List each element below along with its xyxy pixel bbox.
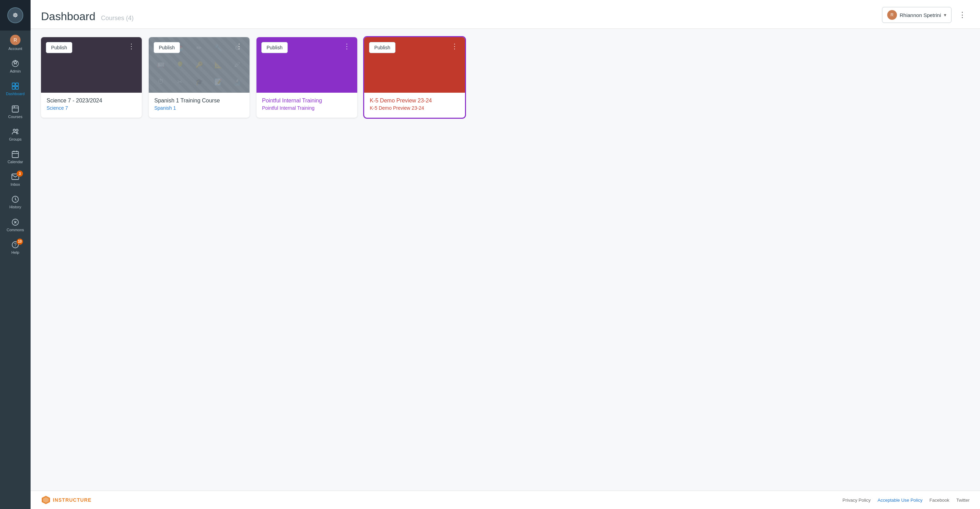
sidebar-item-account[interactable]: RAccount (0, 30, 30, 55)
sidebar-label-account: Account (8, 46, 22, 51)
admin-icon (11, 59, 19, 68)
card-subject-course3[interactable]: Pointful Internal Training (262, 105, 352, 111)
sidebar-item-admin[interactable]: Admin (0, 55, 30, 78)
sidebar-item-dashboard[interactable]: Dashboard (0, 78, 30, 100)
svg-point-9 (16, 129, 18, 131)
pattern-icon: 🔬 (229, 74, 246, 89)
svg-rect-10 (12, 151, 18, 158)
course-card-course2[interactable]: 🎓📚✏🔧⚙📖💡🔑📐🖊⏱✂🎓📝🔬Publish⋮Spanish 1 Trainin… (149, 37, 250, 118)
pattern-icon: 🔑 (191, 58, 207, 73)
publish-button-course4[interactable]: Publish (369, 42, 396, 53)
dashboard-icon (11, 82, 19, 90)
card-menu-button-course3[interactable]: ⋮ (341, 42, 352, 50)
svg-rect-1 (12, 83, 15, 86)
instructure-logo-icon (41, 495, 51, 505)
sidebar-label-courses: Courses (8, 114, 22, 119)
sidebar-item-inbox[interactable]: 3Inbox (0, 168, 30, 191)
sidebar-label-history: History (10, 205, 21, 209)
sidebar-label-help: Help (11, 251, 19, 255)
brand-name: INSTRUCTURE (53, 497, 91, 503)
sidebar-label-commons: Commons (6, 228, 24, 232)
card-menu-button-course4[interactable]: ⋮ (449, 42, 460, 50)
user-selector[interactable]: R Rhiannon Spetrini ▾ (882, 7, 951, 23)
pattern-icon: 📖 (152, 58, 169, 73)
footer-brand: INSTRUCTURE (41, 495, 91, 505)
user-name: Rhiannon Spetrini (900, 12, 941, 18)
card-course-name-course1: Science 7 - 2023/2024 (46, 98, 136, 104)
card-body-course2: Spanish 1 Training CourseSpanish 1 (149, 93, 250, 118)
publish-button-course1[interactable]: Publish (46, 42, 72, 53)
pattern-icon: 🖊 (229, 58, 246, 73)
sidebar-item-courses[interactable]: Courses (0, 101, 30, 123)
card-subject-course2[interactable]: Spanish 1 (154, 105, 244, 111)
card-header-course1: Publish⋮ (41, 37, 142, 93)
svg-rect-4 (16, 86, 18, 89)
inbox-icon: 3 (11, 173, 19, 181)
footer-logo: INSTRUCTURE (41, 495, 91, 505)
pattern-icon: 📐 (210, 58, 227, 73)
svg-rect-5 (12, 106, 18, 112)
courses-icon (11, 105, 19, 113)
groups-icon (11, 127, 19, 136)
sidebar-label-admin: Admin (10, 69, 21, 74)
sidebar-item-groups[interactable]: Groups (0, 123, 30, 146)
sidebar-item-history[interactable]: History (0, 191, 30, 214)
sidebar: ☸ RAccountAdminDashboardCoursesGroupsCal… (0, 0, 30, 509)
sidebar-item-help[interactable]: ?10Help (0, 236, 30, 259)
sidebar-item-commons[interactable]: Commons (0, 214, 30, 236)
page-title: Dashboard (41, 10, 95, 29)
svg-point-8 (13, 129, 15, 131)
sidebar-label-dashboard: Dashboard (6, 92, 25, 96)
card-header-course4: Publish⋮ (364, 37, 465, 93)
pattern-icon: 💡 (171, 58, 188, 73)
logo-icon: ☸ (7, 7, 23, 23)
svg-text:?: ? (14, 242, 17, 247)
footer: INSTRUCTURE Privacy Policy Acceptable Us… (30, 491, 980, 509)
avatar: R (887, 10, 897, 20)
courses-tab[interactable]: Courses (4) (101, 14, 134, 27)
svg-rect-3 (12, 86, 15, 89)
card-course-name-course2: Spanish 1 Training Course (154, 98, 244, 104)
courses-grid: Publish⋮Science 7 - 2023/2024Science 7🎓📚… (41, 37, 970, 118)
card-body-course4: K-5 Demo Preview 23-24K-5 Demo Preview 2… (364, 93, 465, 118)
card-subject-course1[interactable]: Science 7 (46, 105, 136, 111)
sidebar-label-calendar: Calendar (8, 160, 23, 164)
card-header-course2: 🎓📚✏🔧⚙📖💡🔑📐🖊⏱✂🎓📝🔬Publish⋮ (149, 37, 250, 93)
course-card-course4[interactable]: Publish⋮K-5 Demo Preview 23-24K-5 Demo P… (364, 37, 465, 118)
publish-button-course2[interactable]: Publish (154, 42, 180, 53)
calendar-icon (11, 150, 19, 158)
history-icon (11, 195, 19, 203)
card-menu-button-course1[interactable]: ⋮ (126, 42, 137, 50)
course-card-course3[interactable]: Publish⋮Pointful Internal TrainingPointf… (256, 37, 357, 118)
sidebar-label-groups: Groups (9, 137, 22, 142)
main-area: Dashboard Courses (4) R Rhiannon Spetrin… (30, 0, 980, 509)
facebook-link[interactable]: Facebook (930, 498, 950, 503)
commons-icon (11, 218, 19, 227)
twitter-link[interactable]: Twitter (956, 498, 970, 503)
pattern-icon: 📝 (210, 74, 227, 89)
help-icon: ?10 (11, 241, 19, 249)
card-subject-course4[interactable]: K-5 Demo Preview 23-24 (370, 105, 460, 111)
pattern-icon: 🔧 (210, 41, 227, 55)
card-menu-button-course2[interactable]: ⋮ (234, 42, 245, 50)
sidebar-label-inbox: Inbox (11, 182, 20, 187)
content-area: Publish⋮Science 7 - 2023/2024Science 7🎓📚… (30, 29, 980, 491)
chevron-down-icon: ▾ (944, 12, 946, 18)
header-right: R Rhiannon Spetrini ▾ ⋮ (882, 7, 970, 29)
sidebar-logo: ☸ (0, 0, 30, 30)
card-body-course3: Pointful Internal TrainingPointful Inter… (256, 93, 357, 118)
pattern-icon: ✂ (171, 74, 188, 89)
privacy-policy-link[interactable]: Privacy Policy (842, 498, 870, 503)
more-options-button[interactable]: ⋮ (955, 8, 970, 22)
publish-button-course3[interactable]: Publish (261, 42, 288, 53)
sidebar-item-calendar[interactable]: Calendar (0, 146, 30, 168)
card-header-course3: Publish⋮ (256, 37, 357, 93)
header: Dashboard Courses (4) R Rhiannon Spetrin… (30, 0, 980, 29)
card-course-name-course3: Pointful Internal Training (262, 98, 352, 104)
pattern-icon: ⏱ (152, 74, 169, 89)
card-course-name-course4: K-5 Demo Preview 23-24 (370, 98, 460, 104)
svg-rect-2 (16, 83, 18, 86)
course-card-course1[interactable]: Publish⋮Science 7 - 2023/2024Science 7 (41, 37, 142, 118)
account-icon: R (10, 35, 21, 45)
acceptable-use-link[interactable]: Acceptable Use Policy (878, 498, 922, 503)
